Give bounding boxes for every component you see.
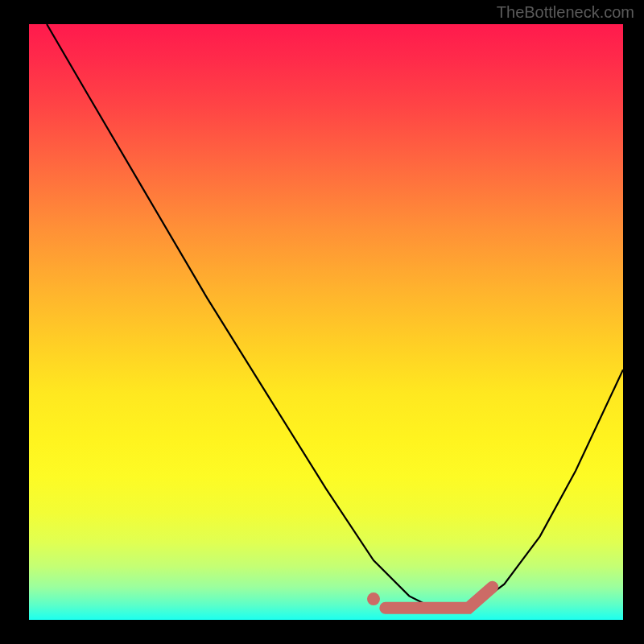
chart-plot-area (29, 24, 623, 620)
optimal-marker-segment (386, 587, 493, 608)
attribution-label: TheBottleneck.com (497, 3, 634, 22)
chart-overlay (29, 24, 623, 620)
optimal-marker-dot (367, 592, 380, 605)
bottleneck-curve (47, 24, 623, 608)
